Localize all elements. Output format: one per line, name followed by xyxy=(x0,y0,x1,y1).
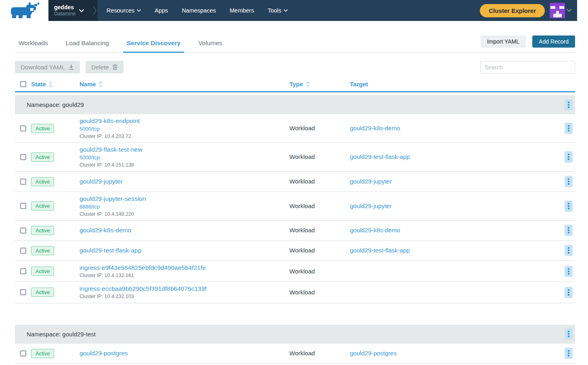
service-name-link[interactable]: gould29-flask-test-new xyxy=(80,146,289,154)
column-header-target[interactable]: Target xyxy=(350,81,557,88)
cluster-ip-text: Cluster IP: 10.4.151.138 xyxy=(80,162,289,168)
target-link[interactable]: gould29-postgres xyxy=(350,350,397,357)
service-name-link[interactable]: gould29-k8s-demo xyxy=(80,226,289,234)
column-header-name[interactable]: Name xyxy=(80,81,289,88)
tab-service-discovery[interactable]: Service Discovery xyxy=(123,35,184,52)
target-link[interactable]: gould29-jupyter xyxy=(350,202,391,209)
service-port-link[interactable]: 8888/tcp xyxy=(80,204,289,211)
namespace-actions-menu-button[interactable] xyxy=(565,99,573,111)
row-checkbox[interactable] xyxy=(20,268,26,274)
service-name-link[interactable]: gould29-jupyter xyxy=(80,177,289,186)
service-name-link[interactable]: gould29-jupyter-session xyxy=(80,195,289,203)
rancher-cow-icon xyxy=(8,2,41,19)
status-badge: Active xyxy=(31,267,54,276)
service-type-text: Workload xyxy=(289,202,315,209)
tab-workloads[interactable]: Workloads xyxy=(15,35,52,52)
chevron-down-icon xyxy=(137,9,141,12)
service-port-link[interactable]: 5000/tcp xyxy=(80,126,289,133)
row-actions-menu-button[interactable] xyxy=(565,176,573,187)
row-actions-menu-button[interactable] xyxy=(565,348,573,359)
rancher-logo[interactable] xyxy=(0,0,48,21)
nav-items: Resources Apps Namespaces Members Tools xyxy=(98,0,288,21)
row-actions-menu-button[interactable] xyxy=(565,225,573,236)
row-actions-menu-button[interactable] xyxy=(565,123,573,134)
service-name-link[interactable]: gould29-test-flask-app xyxy=(80,246,289,254)
namespace-label: Namespace: gould29 xyxy=(15,101,557,108)
chevron-down-icon xyxy=(284,9,288,12)
main-content: Workloads Load Balancing Service Discove… xyxy=(0,35,588,365)
status-badge: Active xyxy=(31,246,54,255)
namespace-group: Namespace: gould29-test Active gould29-p… xyxy=(15,325,575,365)
row-checkbox[interactable] xyxy=(20,227,26,234)
sort-icon xyxy=(98,81,103,87)
row-checkbox[interactable] xyxy=(20,203,26,209)
row-checkbox[interactable] xyxy=(20,350,26,357)
nav-item-tools[interactable]: Tools xyxy=(268,7,288,14)
cluster-subtitle: Datamine xyxy=(54,11,76,17)
service-type-text: Workload xyxy=(289,125,315,131)
nav-item-apps[interactable]: Apps xyxy=(155,7,168,14)
row-actions-menu-button[interactable] xyxy=(565,266,573,277)
tab-volumes[interactable]: Volumes xyxy=(195,35,226,52)
service-type-text: Workload xyxy=(289,289,315,296)
target-link[interactable]: gould29-test-flask-app xyxy=(350,247,410,254)
table-row: Active ingress-eccbaa9bb290c5f391df8b640… xyxy=(15,282,575,303)
service-type-text: Workload xyxy=(289,247,315,254)
row-actions-menu-button[interactable] xyxy=(565,245,573,256)
table-row: Active gould29-test-flask-app Workload g… xyxy=(15,241,575,261)
row-checkbox[interactable] xyxy=(20,289,26,295)
table-row: Active gould29-postgres Workload gould29… xyxy=(15,344,575,364)
service-type-text: Workload xyxy=(289,268,315,275)
tabs-buttons: Import YAML Add Record xyxy=(481,35,575,52)
table-header: State Name Type xyxy=(15,77,575,92)
row-actions-menu-button[interactable] xyxy=(565,151,573,163)
delete-button[interactable]: Delete xyxy=(86,61,123,73)
top-bar: geddes Datamine Resources Apps Namespace… xyxy=(0,0,588,21)
download-icon xyxy=(68,64,74,70)
service-table-body: Namespace: gould29 Active gould29-k8s-en… xyxy=(15,95,575,365)
service-name-link[interactable]: ingress-e9f43e564825ebfdc9d490ae5b4f21fe xyxy=(80,264,289,272)
nav-item-members[interactable]: Members xyxy=(230,7,254,14)
action-row: Download YAML Delete xyxy=(15,61,575,73)
service-type-text: Workload xyxy=(289,227,315,234)
user-menu[interactable] xyxy=(550,3,571,18)
table-row: Active gould29-k8s-endpoint 5000/tcp Clu… xyxy=(15,114,575,143)
sort-icon xyxy=(306,81,310,87)
service-name-link[interactable]: gould29-k8s-endpoint xyxy=(80,117,289,125)
nav-item-resources[interactable]: Resources xyxy=(107,7,141,14)
namespace-actions-menu-button[interactable] xyxy=(565,328,573,340)
row-checkbox[interactable] xyxy=(20,248,26,254)
namespace-group-header: Namespace: gould29 xyxy=(15,95,575,114)
row-actions-menu-button[interactable] xyxy=(565,200,573,212)
cluster-explorer-button[interactable]: Cluster Explorer xyxy=(480,4,545,17)
table-row: Active gould29-flask-test-new 5000/tcp C… xyxy=(15,143,575,171)
nav-item-namespaces[interactable]: Namespaces xyxy=(182,7,216,14)
import-yaml-button[interactable]: Import YAML xyxy=(481,35,526,48)
column-header-state[interactable]: State xyxy=(31,81,80,88)
table-row: Active gould29-jupyter Workload gould29-… xyxy=(15,172,575,192)
tab-load-balancing[interactable]: Load Balancing xyxy=(62,35,113,52)
target-link[interactable]: gould29-k8s-demo xyxy=(350,125,400,131)
status-badge: Active xyxy=(31,201,54,211)
add-record-button[interactable]: Add Record xyxy=(532,35,575,48)
cluster-selector[interactable]: geddes Datamine xyxy=(48,0,92,21)
main-navbar: geddes Datamine Resources Apps Namespace… xyxy=(48,0,577,21)
select-all-checkbox[interactable] xyxy=(20,81,26,87)
service-name-link[interactable]: ingress-eccbaa9bb290c5f391df8b64076c139f xyxy=(80,285,289,293)
row-checkbox[interactable] xyxy=(20,125,26,131)
target-link[interactable]: gould29-k8s-demo xyxy=(350,227,400,234)
download-yaml-button[interactable]: Download YAML xyxy=(15,61,80,73)
target-link[interactable]: gould29-test-flask-app xyxy=(350,153,410,160)
row-checkbox[interactable] xyxy=(20,179,26,185)
target-link[interactable]: gould29-jupyter xyxy=(350,178,391,185)
status-badge: Active xyxy=(31,177,54,186)
service-port-link[interactable]: 5000/tcp xyxy=(80,154,289,161)
row-checkbox[interactable] xyxy=(20,154,26,160)
service-name-link[interactable]: gould29-postgres xyxy=(80,349,289,357)
status-badge: Active xyxy=(31,288,54,297)
row-actions-menu-button[interactable] xyxy=(565,287,573,298)
namespace-group-header: Namespace: gould29-test xyxy=(15,325,575,344)
column-header-type[interactable]: Type xyxy=(289,81,350,88)
search-input[interactable] xyxy=(480,61,575,73)
cluster-name: geddes xyxy=(54,4,76,11)
